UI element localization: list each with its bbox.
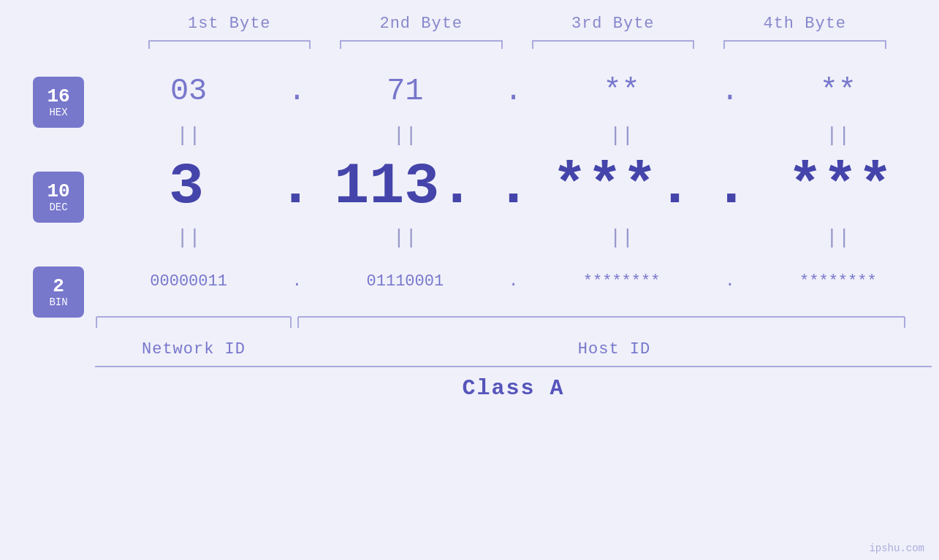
hex-dot1: .: [282, 74, 311, 109]
hex-b2: 71: [311, 74, 498, 109]
bracket-3: [532, 33, 695, 55]
bin-dot3: .: [715, 272, 745, 291]
dec-dot1: .: [278, 153, 313, 220]
main-container: 1st Byte 2nd Byte 3rd Byte 4th Byte: [0, 0, 939, 560]
hex-dot3: .: [715, 74, 745, 109]
bin-b1: 00000011: [95, 272, 282, 291]
dec-b1: 3: [95, 153, 278, 220]
hex-num: 16: [47, 86, 69, 107]
bin-dot2: .: [499, 272, 528, 291]
byte1-header: 1st Byte: [134, 15, 326, 33]
hex-b4: **: [745, 74, 932, 109]
hex-base: HEX: [49, 107, 67, 118]
hex-dot2: .: [499, 74, 528, 109]
eq-row-1: || || || ||: [95, 120, 932, 150]
byte2-header: 2nd Byte: [325, 15, 517, 33]
labels-column: 16 HEX 10 DEC 2 BIN: [0, 77, 95, 318]
bin-base: BIN: [49, 296, 67, 308]
bin-num: 2: [53, 276, 64, 297]
eq1-b1: ||: [95, 124, 282, 147]
eq1-b4: ||: [745, 124, 932, 147]
dec-data-row: 3 . 113. . ***. . ***: [95, 150, 932, 223]
dec-b2: 113.: [313, 153, 495, 220]
eq2-b3: ||: [528, 226, 715, 249]
hex-data-row: 03 . 71 . ** . **: [95, 62, 932, 120]
bin-data-row: 00000011 . 01110001 . ******** . *******…: [95, 252, 932, 310]
eq1-b3: ||: [528, 124, 715, 147]
hex-b1: 03: [95, 74, 282, 109]
bin-b3: ********: [528, 272, 715, 291]
byte3-header: 3rd Byte: [517, 15, 710, 33]
network-id-label: Network ID: [95, 340, 292, 358]
dec-dot2: .: [495, 153, 531, 220]
bin-b2: 01110001: [311, 272, 498, 291]
bracket-4: [723, 33, 886, 55]
bracket-row: [134, 33, 901, 55]
id-section: Network ID Host ID: [95, 313, 932, 364]
host-id-label: Host ID: [298, 340, 930, 358]
eq2-b1: ||: [95, 226, 282, 249]
byte-headers: 1st Byte 2nd Byte 3rd Byte 4th Byte: [134, 15, 901, 33]
bin-dot1: .: [282, 272, 311, 291]
byte4-header: 4th Byte: [709, 15, 901, 33]
bracket-1: [148, 33, 311, 55]
eq-row-2: || || || ||: [95, 223, 932, 252]
watermark: ipshu.com: [869, 542, 924, 554]
eq2-b2: ||: [311, 226, 498, 249]
bracket-2: [340, 33, 503, 55]
class-section: Class A: [95, 366, 932, 410]
hex-b3: **: [528, 74, 715, 109]
dec-b3: ***.: [531, 153, 714, 220]
bin-label-box: 2 BIN: [33, 266, 84, 318]
content-wrapper: 16 HEX 10 DEC 2 BIN 03 . 71 . ** . **: [0, 55, 939, 560]
dec-b4: ***: [749, 153, 932, 220]
bin-b4: ********: [745, 272, 932, 291]
hex-label-box: 16 HEX: [33, 77, 84, 128]
dec-dot3: .: [714, 153, 749, 220]
dec-base: DEC: [49, 202, 67, 213]
data-grid: 03 . 71 . ** . ** || || || || 3 .: [95, 55, 939, 410]
dec-label-box: 10 DEC: [33, 172, 84, 223]
eq1-b2: ||: [311, 124, 498, 147]
eq2-b4: ||: [745, 226, 932, 249]
class-label: Class A: [462, 376, 564, 401]
dec-num: 10: [47, 181, 69, 202]
